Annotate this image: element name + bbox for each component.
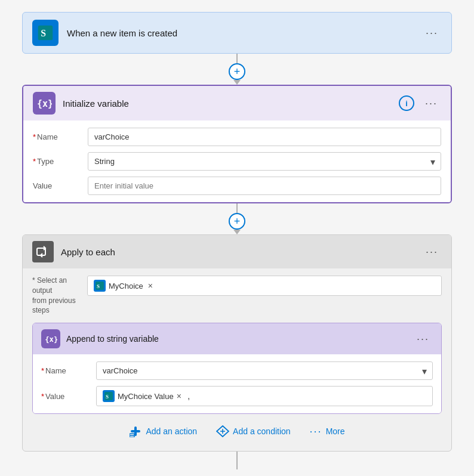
select-output-row: * Select an output from previous steps S…: [32, 276, 442, 316]
value-field-row: Value: [33, 177, 441, 195]
mychoice-tag: S MyChoice: [94, 280, 143, 292]
add-action-button[interactable]: Add an action: [129, 425, 197, 438]
apply-title: Apply to each: [61, 247, 415, 257]
svg-text:S: S: [106, 394, 109, 400]
value-label: Value: [33, 181, 81, 190]
svg-text:S: S: [97, 283, 100, 289]
append-name-select-wrap: varChoice ▾: [96, 361, 433, 380]
append-more-button[interactable]: ···: [413, 330, 433, 348]
name-label: *Name: [33, 132, 81, 141]
trigger-block: S When a new item is created ···: [22, 12, 452, 54]
connector-2: +: [229, 203, 245, 234]
sharepoint-icon: S: [37, 24, 54, 41]
svg-text:S: S: [41, 28, 46, 38]
init-var-more-button[interactable]: ···: [421, 95, 441, 112]
value-tag-close[interactable]: ×: [177, 391, 181, 401]
name-input[interactable]: [88, 128, 441, 146]
apply-header: Apply to each ···: [23, 235, 451, 268]
select-output-label: * Select an output from previous steps: [32, 276, 80, 316]
select-output-input[interactable]: S MyChoice ×: [87, 276, 442, 296]
init-var-info-button[interactable]: i: [399, 95, 414, 111]
append-string-block: {x} Append to string variable ··· *Name: [32, 323, 442, 414]
type-select-wrap: String Integer Float Boolean Array Objec…: [88, 152, 441, 171]
name-field-row: *Name: [33, 128, 441, 146]
add-action-svg: [130, 425, 141, 437]
append-icon-wrap: {x}: [41, 329, 60, 348]
tag-sharepoint-icon: S: [94, 280, 106, 292]
trigger-icon-wrap: S: [32, 20, 59, 46]
type-label: *Type: [33, 157, 81, 166]
value-tag-sp-icon: S: [103, 390, 115, 402]
value-input[interactable]: [88, 177, 441, 195]
append-name-label: *Name: [41, 366, 89, 375]
trigger-title: When a new item is created: [67, 28, 414, 38]
connector-1: +: [229, 54, 245, 85]
name-required-star: *: [33, 132, 36, 141]
init-var-title: Initialize variable: [63, 98, 392, 109]
variable-icon: {x}: [36, 97, 52, 110]
append-name-select[interactable]: varChoice: [96, 361, 433, 380]
apply-body: * Select an output from previous steps S…: [23, 268, 451, 451]
initialize-variable-block: {x} Initialize variable i ··· *Name *Typ…: [22, 85, 452, 203]
connector-line-top-2: [236, 203, 238, 213]
append-value-row: *Value S MyChoice Value: [41, 386, 433, 406]
type-required-star: *: [33, 157, 36, 166]
append-value-input[interactable]: S MyChoice Value × ,: [96, 386, 433, 406]
append-value-label: *Value: [41, 392, 89, 401]
connector-line-top-1: [236, 54, 238, 63]
init-var-icon-wrap: {x}: [33, 92, 56, 115]
add-step-button-1[interactable]: +: [229, 63, 245, 80]
mychoice-tag-close[interactable]: ×: [148, 281, 153, 290]
add-condition-button[interactable]: Add a condition: [216, 425, 291, 438]
add-action-icon: [129, 425, 142, 438]
append-name-row: *Name varChoice ▾: [41, 361, 433, 380]
more-button[interactable]: ··· More: [310, 425, 345, 438]
apply-to-each-block: Apply to each ··· * Select an output fro…: [22, 234, 452, 452]
append-body: *Name varChoice ▾ *Value: [33, 354, 441, 413]
mychoice-value-tag: S MyChoice Value ×: [103, 390, 181, 402]
apply-more-button[interactable]: ···: [422, 243, 442, 261]
trigger-more-button[interactable]: ···: [422, 24, 442, 42]
init-var-header: {x} Initialize variable i ···: [23, 86, 451, 120]
svg-text:{x}: {x}: [45, 335, 57, 344]
add-step-button-2[interactable]: +: [229, 213, 245, 230]
connector-arrow-1: [233, 80, 241, 85]
bottom-actions: Add an action Add a condition ··· More: [32, 414, 442, 444]
type-select[interactable]: String Integer Float Boolean Array Objec…: [88, 152, 441, 171]
connector-arrow-2: [233, 230, 241, 234]
svg-text:{x}: {x}: [37, 98, 52, 109]
add-condition-icon: [216, 425, 229, 438]
add-condition-svg: [216, 425, 229, 437]
apply-icon-wrap: [32, 241, 54, 262]
append-header: {x} Append to string variable ···: [33, 323, 441, 354]
bottom-line: [236, 452, 238, 469]
type-field-row: *Type String Integer Float Boolean Array…: [33, 152, 441, 171]
bottom-connector: [236, 452, 238, 469]
loop-icon: [36, 245, 50, 259]
append-variable-icon: {x}: [44, 333, 57, 344]
append-title: Append to string variable: [66, 334, 407, 344]
init-var-body: *Name *Type String Integer Float Boolean…: [23, 120, 451, 202]
